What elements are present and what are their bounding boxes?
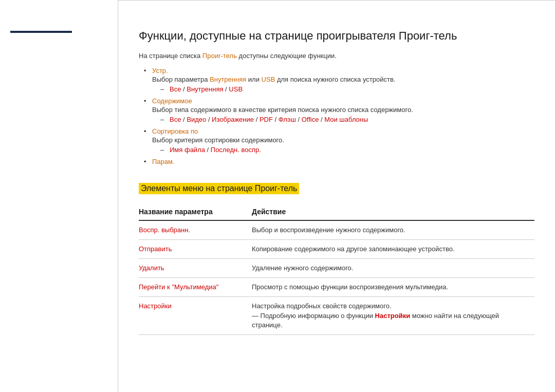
link-lastplay[interactable]: Последн. воспр. bbox=[211, 146, 261, 154]
link-all[interactable]: Все bbox=[170, 85, 181, 93]
table-row: Перейти к "Мультимедиа" Просмотр с помощ… bbox=[139, 278, 534, 297]
table-row: Настройки Настройка подробных свойств со… bbox=[139, 297, 534, 335]
link-settings[interactable]: Настройки bbox=[139, 302, 172, 310]
bullet-title-ustr: Устр. bbox=[152, 67, 168, 74]
ustr-dash-list: Все / Внутренняя / USB bbox=[160, 85, 534, 93]
action-delete: Удаление нужного содержимого. bbox=[252, 258, 534, 277]
list-item-content: Содержимое Выбор типа содержимого в каче… bbox=[144, 97, 534, 123]
param-name-play: Воспр. выбранн. bbox=[139, 220, 252, 240]
link-internal[interactable]: Внутренняя bbox=[210, 76, 246, 83]
param-name-delete: Удалить bbox=[139, 258, 252, 277]
link-image[interactable]: Изображение bbox=[212, 116, 254, 123]
sort-dash-list: Имя файла / Последн. воспр. bbox=[160, 146, 534, 154]
link-delete[interactable]: Удалить bbox=[139, 264, 164, 272]
bullet-title-param: Парам. bbox=[152, 158, 175, 165]
main-content: Функции, доступные на странице проигрыва… bbox=[118, 0, 555, 392]
param-name-send: Отправить bbox=[139, 239, 252, 258]
dash-item-sort: Имя файла / Последн. воспр. bbox=[160, 146, 534, 154]
link-pdf[interactable]: PDF bbox=[260, 116, 273, 123]
link-usb[interactable]: USB bbox=[262, 76, 275, 83]
table-row: Удалить Удаление нужного содержимого. bbox=[139, 258, 534, 277]
page-title: Функции, доступные на странице проигрыва… bbox=[139, 29, 534, 44]
link-office[interactable]: Office bbox=[302, 116, 319, 123]
dash-item-content: Все / Видео / Изображение / PDF / Флэш /… bbox=[160, 116, 534, 123]
table-row: Отправить Копирование содержимого на дру… bbox=[139, 239, 534, 258]
list-item-param: Парам. bbox=[144, 158, 534, 165]
intro-text-before: На странице списка bbox=[139, 52, 200, 60]
link-filename[interactable]: Имя файла bbox=[170, 146, 205, 154]
section-highlight-heading: Элементы меню на странице Проиг-тель bbox=[139, 183, 299, 194]
param-name-multimedia: Перейти к "Мультимедиа" bbox=[139, 278, 252, 297]
link-send[interactable]: Отправить bbox=[139, 245, 172, 253]
settings-bold-link: Настройки bbox=[375, 312, 411, 320]
ustr-desc: Выбор параметра Внутренняя или USB для п… bbox=[152, 76, 534, 83]
sort-desc: Выбор критерия сортировки содержимого. bbox=[152, 136, 534, 144]
col-header-param: Название параметра bbox=[139, 204, 252, 220]
table-row: Воспр. выбранн. Выбор и воспроизведение … bbox=[139, 220, 534, 240]
link-flash[interactable]: Флэш bbox=[279, 116, 296, 123]
content-desc: Выбор типа содержимого в качестве критер… bbox=[152, 106, 534, 114]
dash-item: Все / Внутренняя / USB bbox=[160, 85, 534, 93]
bullet-title-sort: Сортировка по bbox=[152, 127, 198, 135]
action-settings: Настройка подробных свойств содержимого.… bbox=[252, 297, 534, 335]
bullet-title-content: Содержимое bbox=[152, 97, 192, 105]
sidebar-accent bbox=[10, 31, 72, 33]
col-header-action: Действие bbox=[252, 204, 534, 220]
content-dash-list: Все / Видео / Изображение / PDF / Флэш /… bbox=[160, 116, 534, 123]
action-send: Копирование содержимого на другое запоми… bbox=[252, 239, 534, 258]
link-internal2[interactable]: Внутренняя bbox=[187, 85, 223, 93]
link-multimedia[interactable]: Перейти к "Мультимедиа" bbox=[139, 283, 218, 291]
list-item-ustr: Устр. Выбор параметра Внутренняя или USB… bbox=[144, 67, 534, 93]
link-usb2[interactable]: USB bbox=[229, 85, 243, 93]
param-name-settings: Настройки bbox=[139, 297, 252, 335]
link-video[interactable]: Видео bbox=[187, 116, 206, 123]
intro-link[interactable]: Проиг-тель bbox=[202, 52, 237, 60]
link-my-templates[interactable]: Мои шаблоны bbox=[324, 116, 368, 123]
settings-note: — Подробную информацию о функции Настрой… bbox=[252, 311, 529, 330]
action-multimedia: Просмотр с помощью функции воспроизведен… bbox=[252, 278, 534, 297]
settings-action-text: Настройка подробных свойств содержимого. bbox=[252, 302, 529, 311]
action-play: Выбор и воспроизведение нужного содержим… bbox=[252, 220, 534, 240]
left-sidebar bbox=[0, 0, 118, 392]
intro-paragraph: На странице списка Проиг-тель доступны с… bbox=[139, 52, 534, 60]
link-all2[interactable]: Все bbox=[170, 116, 181, 123]
feature-list: Устр. Выбор параметра Внутренняя или USB… bbox=[144, 67, 534, 165]
table-header-row: Название параметра Действие bbox=[139, 204, 534, 220]
link-play-selected[interactable]: Воспр. выбранн. bbox=[139, 226, 190, 234]
intro-text-after: доступны следующие функции. bbox=[239, 52, 337, 60]
params-table: Название параметра Действие Воспр. выбра… bbox=[139, 204, 534, 335]
list-item-sort: Сортировка по Выбор критерия сортировки … bbox=[144, 127, 534, 154]
